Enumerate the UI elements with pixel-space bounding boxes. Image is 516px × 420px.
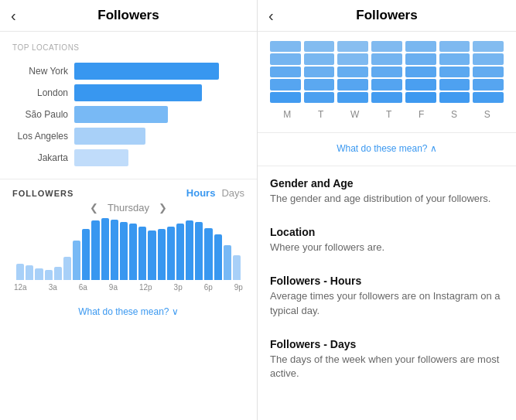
- activity-cell: [337, 41, 368, 52]
- activity-cell: [473, 41, 504, 52]
- right-back-button[interactable]: ‹: [268, 7, 274, 25]
- city-bar: [74, 84, 202, 101]
- hour-bar: [176, 224, 184, 280]
- hour-bar: [195, 222, 203, 280]
- hour-bar: [224, 245, 231, 280]
- left-panel: ‹ Followers TOP LOCATIONS New York Londo…: [0, 0, 258, 420]
- activity-cell: [439, 67, 470, 77]
- right-header: ‹ Followers: [258, 0, 516, 32]
- activity-cell: [304, 79, 335, 90]
- activity-col: [371, 41, 402, 103]
- activity-cell: [337, 67, 368, 77]
- hours-x-label: 3p: [174, 283, 183, 292]
- activity-day-label: T: [386, 109, 391, 120]
- hours-x-label: 9a: [109, 283, 118, 292]
- info-desc: The gender and age distribution of your …: [270, 192, 504, 206]
- hour-bar: [26, 265, 33, 280]
- activity-cell: [405, 53, 436, 64]
- city-bar-wrap: [74, 149, 244, 166]
- activity-cell: [270, 79, 301, 90]
- next-day-button[interactable]: ❯: [159, 202, 167, 213]
- activity-cell: [439, 53, 470, 64]
- info-item: Followers - Hours Average times your fol…: [258, 268, 516, 331]
- time-toggle[interactable]: Hours Days: [186, 187, 244, 199]
- days-toggle[interactable]: Days: [221, 187, 244, 199]
- city-row: São Paulo: [12, 106, 244, 123]
- activity-col: [473, 41, 504, 103]
- info-desc: Average times your followers are on Inst…: [270, 289, 504, 317]
- followers-label: FOLLOWERS: [12, 189, 73, 198]
- city-name: São Paulo: [12, 109, 68, 120]
- hour-bar: [82, 229, 90, 280]
- activity-cell: [473, 67, 504, 77]
- hour-bar: [111, 220, 118, 280]
- what-mean-link-right[interactable]: What do these mean? ∧: [258, 138, 516, 161]
- hour-bar: [54, 267, 62, 280]
- activity-cell: [473, 92, 504, 103]
- right-panel: ‹ Followers MTWTFSS What do these mean? …: [258, 0, 516, 420]
- hours-x-labels: 12a3a6a9a12p3p6p9p: [12, 283, 244, 292]
- activity-cell: [304, 41, 335, 52]
- hour-bar: [129, 224, 137, 280]
- info-title: Followers - Days: [270, 338, 504, 350]
- cities-chart: New York London São Paulo Los Angeles Ja…: [0, 56, 257, 179]
- what-mean-link-left[interactable]: What do these mean? ∨: [0, 299, 257, 326]
- hours-x-label: 9p: [234, 283, 243, 292]
- top-locations-label: TOP LOCATIONS: [12, 43, 80, 52]
- activity-cell: [371, 79, 402, 90]
- hour-bar: [63, 257, 71, 280]
- hour-bar: [73, 241, 80, 280]
- hour-bar: [158, 229, 166, 280]
- followers-section: FOLLOWERS Hours Days ❮ Thursday ❯ 12a3a6…: [0, 179, 257, 299]
- activity-cell: [270, 67, 301, 77]
- what-mean-anchor-right[interactable]: What do these mean? ∧: [337, 143, 437, 154]
- activity-col: [337, 41, 368, 103]
- city-row: Jakarta: [12, 149, 244, 166]
- activity-cell: [304, 67, 335, 77]
- info-desc: Where your followers are.: [270, 241, 504, 254]
- hours-x-label: 12p: [139, 283, 152, 292]
- hour-bar: [101, 218, 109, 280]
- prev-day-button[interactable]: ❮: [90, 202, 98, 213]
- activity-cell: [371, 92, 402, 103]
- what-mean-anchor-left[interactable]: What do these mean? ∨: [78, 306, 179, 317]
- divider-1: [258, 132, 516, 133]
- activity-cell: [371, 67, 402, 77]
- activity-cell: [405, 41, 436, 52]
- hours-x-label: 6a: [79, 283, 87, 292]
- top-locations-section: TOP LOCATIONS: [0, 32, 257, 56]
- activity-cell: [371, 41, 402, 52]
- left-back-button[interactable]: ‹: [11, 7, 16, 25]
- info-item: Location Where your followers are.: [258, 220, 516, 268]
- activity-cell: [304, 53, 335, 64]
- activity-col: [304, 41, 335, 103]
- activity-day-label: F: [419, 109, 424, 120]
- activity-day-label: M: [283, 109, 291, 120]
- city-bar-wrap: [74, 128, 244, 145]
- info-item: Followers - Days The days of the week wh…: [258, 332, 516, 394]
- activity-col: [439, 41, 470, 103]
- hours-x-label: 12a: [14, 283, 27, 292]
- day-label: ❮ Thursday ❯: [12, 202, 244, 213]
- hour-bar: [16, 264, 24, 280]
- hour-bar: [214, 234, 222, 280]
- activity-day-label: S: [451, 109, 457, 120]
- city-name: New York: [12, 66, 68, 77]
- activity-cell: [337, 92, 368, 103]
- hours-toggle[interactable]: Hours: [186, 187, 216, 199]
- info-sections: Gender and Age The gender and age distri…: [258, 171, 516, 394]
- hour-bar: [186, 220, 193, 280]
- hour-bar: [91, 220, 99, 280]
- activity-cell: [473, 79, 504, 90]
- right-title: Followers: [356, 8, 417, 23]
- activity-col: [270, 41, 301, 103]
- current-day: Thursday: [108, 202, 149, 213]
- city-bar: [74, 106, 168, 123]
- city-row: New York: [12, 63, 244, 80]
- activity-cell: [371, 53, 402, 64]
- info-title: Gender and Age: [270, 177, 504, 190]
- activity-cell: [405, 67, 436, 77]
- info-title: Followers - Hours: [270, 275, 504, 287]
- city-bar-wrap: [74, 63, 244, 80]
- hour-bar: [204, 228, 212, 280]
